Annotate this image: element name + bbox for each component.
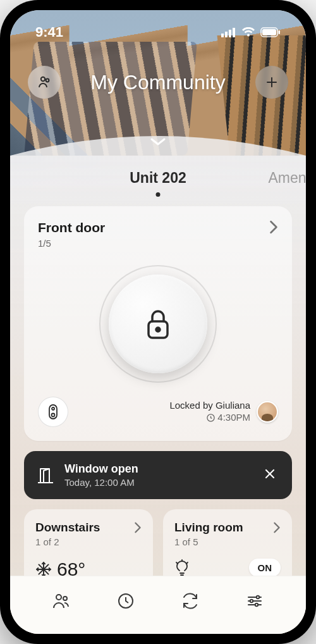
status-time: 9:41 xyxy=(35,24,63,40)
svg-rect-6 xyxy=(279,30,281,34)
nav-people[interactable] xyxy=(47,587,75,615)
svg-rect-0 xyxy=(221,34,224,37)
page-title: My Community xyxy=(68,71,248,94)
lock-toggle-button[interactable] xyxy=(109,275,207,373)
people-icon xyxy=(52,591,71,610)
phone-frame: 9:41 My Community xyxy=(0,0,316,644)
sliders-icon xyxy=(245,591,264,610)
lightbulb-icon xyxy=(174,559,190,577)
doorbell-icon xyxy=(48,404,58,420)
svg-point-33 xyxy=(250,599,253,602)
svg-rect-3 xyxy=(233,28,235,37)
content-area: Front door 1/5 xyxy=(24,206,292,583)
status-bar: 9:41 xyxy=(10,24,306,40)
doorbell-button[interactable] xyxy=(38,397,68,427)
lock-icon xyxy=(144,307,172,340)
wifi-icon xyxy=(241,27,255,37)
svg-rect-5 xyxy=(262,29,276,35)
clock-icon xyxy=(207,414,215,422)
profile-button[interactable] xyxy=(28,66,61,99)
battery-icon xyxy=(260,27,281,37)
screen: 9:41 My Community xyxy=(10,10,306,634)
cellular-icon xyxy=(221,27,236,37)
svg-point-8 xyxy=(46,79,49,82)
alert-title: Window open xyxy=(64,462,250,476)
svg-rect-2 xyxy=(229,30,231,37)
add-button[interactable] xyxy=(255,66,288,99)
front-door-title: Front door xyxy=(38,220,105,235)
alert-close-button[interactable] xyxy=(260,464,279,486)
svg-point-32 xyxy=(257,595,259,598)
front-door-card[interactable]: Front door 1/5 xyxy=(24,206,292,441)
chevron-down-icon xyxy=(149,137,167,147)
svg-line-24 xyxy=(176,562,178,564)
sync-icon xyxy=(181,591,200,610)
tab-amenities[interactable]: Amenit xyxy=(268,170,306,187)
bottom-nav xyxy=(10,576,306,634)
svg-point-15 xyxy=(52,414,55,417)
sheet-handle[interactable] xyxy=(149,137,167,149)
front-door-counter: 1/5 xyxy=(38,238,105,249)
downstairs-card[interactable]: Downstairs 1 of 2 68° xyxy=(24,509,153,583)
svg-rect-1 xyxy=(225,32,228,37)
alert-sub: Today, 12:00 AM xyxy=(64,477,250,488)
door-open-icon xyxy=(37,466,54,485)
svg-point-34 xyxy=(255,603,258,605)
nav-settings[interactable] xyxy=(241,587,269,615)
svg-point-12 xyxy=(156,328,160,331)
avatar[interactable] xyxy=(257,401,278,423)
clock-icon xyxy=(116,591,135,610)
downstairs-sub: 1 of 2 xyxy=(35,536,142,547)
nav-sync[interactable] xyxy=(176,587,204,615)
chevron-right-icon xyxy=(134,522,142,533)
downstairs-title: Downstairs xyxy=(35,521,100,535)
locked-time: 4:30PM xyxy=(217,412,250,424)
window-open-alert[interactable]: Window open Today, 12:00 AM xyxy=(24,451,292,499)
lock-ring xyxy=(99,265,217,383)
unit-tabs: Unit 202 Amenit xyxy=(10,170,306,187)
living-sub: 1 of 5 xyxy=(174,536,281,547)
svg-point-14 xyxy=(52,407,54,410)
close-icon xyxy=(264,468,276,480)
living-room-card[interactable]: Living room 1 of 5 ON xyxy=(163,509,292,583)
plus-icon xyxy=(264,75,279,90)
svg-point-27 xyxy=(63,597,67,600)
locked-by-prefix: Locked by xyxy=(169,400,212,411)
svg-point-7 xyxy=(41,77,45,81)
sheet: Unit 202 Amenit Front door 1/5 xyxy=(10,130,306,634)
chevron-right-icon xyxy=(273,522,281,533)
chevron-right-icon xyxy=(269,220,278,234)
locked-by-name: Giuliana xyxy=(216,400,250,411)
svg-line-25 xyxy=(186,562,188,564)
page-dot xyxy=(156,192,161,197)
svg-point-26 xyxy=(56,595,61,600)
app-header: My Community xyxy=(10,66,306,99)
tab-unit[interactable]: Unit 202 xyxy=(130,170,186,187)
living-state-pill[interactable]: ON xyxy=(249,559,281,577)
living-title: Living room xyxy=(174,521,243,535)
nav-history[interactable] xyxy=(112,587,140,615)
person-icon xyxy=(37,75,52,90)
locked-by-row: Locked by Giuliana 4:30PM xyxy=(169,400,278,424)
